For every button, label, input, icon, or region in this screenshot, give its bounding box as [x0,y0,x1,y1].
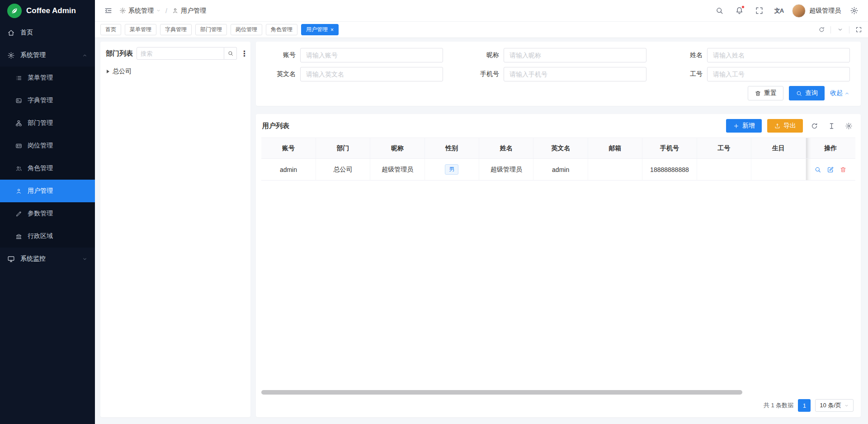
column-header: 英文名 [533,138,588,159]
department-panel: 部门列表 ⋮ 总公司 [100,42,250,417]
scrollbar-thumb[interactable] [261,390,742,395]
trash-icon [755,90,761,97]
sidebar-item-system-management[interactable]: 系统管理 [0,44,95,67]
app-root: Coffee Admin 首页 系统管理 菜单管理 字典管理 [0,0,868,424]
tab-post-management[interactable]: 岗位管理 [231,24,262,35]
sidebar-item-home[interactable]: 首页 [0,21,95,44]
user-name: 超级管理员 [809,7,841,15]
column-header: 部门 [316,138,370,159]
field-nickname: 昵称 [470,48,646,62]
export-button-label: 导出 [783,122,796,130]
tab-list-dropdown-button[interactable] [834,24,846,36]
breadcrumb-label: 系统管理 [128,7,154,15]
brand-name: Coffee Admin [26,6,76,15]
sidebar-item-param-management[interactable]: 参数管理 [0,202,95,225]
breadcrumb-user-management[interactable]: 用户管理 [172,7,206,15]
translate-button[interactable]: 文A [772,4,786,18]
content-fullscreen-button[interactable] [853,24,864,36]
collapse-filter-link[interactable]: 收起 [830,89,850,97]
cell-account: admin [261,159,316,181]
nickname-input[interactable] [504,48,646,62]
sidebar-item-dict-management[interactable]: 字典管理 [0,89,95,112]
sidebar-item-admin-region[interactable]: 行政区域 [0,225,95,248]
column-header: 姓名 [479,138,533,159]
tab-close-icon[interactable]: × [330,27,334,33]
reset-button-label: 重置 [764,89,777,97]
user-icon [172,7,179,14]
table-density-button[interactable] [826,120,837,132]
field-label: 账号 [267,51,296,59]
search-icon [227,50,234,57]
notifications-button[interactable] [732,4,746,18]
global-search-button[interactable] [712,4,726,18]
phone-input[interactable] [504,67,646,81]
tree-expand-arrow-icon [107,70,109,73]
content: 部门列表 ⋮ 总公司 [95,38,868,424]
sidebar-item-post-management[interactable]: 岗位管理 [0,134,95,157]
brand-leaf-icon [7,4,22,18]
breadcrumb-separator: / [165,7,167,14]
pagination-total: 共 1 条数据 [764,401,793,410]
column-header: 生日 [751,138,806,159]
sidebar-item-label: 系统监控 [20,255,46,263]
chevron-down-icon [837,26,844,33]
user-table: 账号 部门 昵称 性别 姓名 英文名 邮箱 手机号 工号 生日 操作 [261,138,855,181]
refresh-table-button[interactable] [808,120,820,132]
page-1-button[interactable]: 1 [798,399,811,412]
export-button[interactable]: 导出 [767,119,803,133]
collapse-sidebar-button[interactable] [101,4,115,18]
user-list-header: 用户列表 新增 导出 [261,114,855,138]
chevron-up-icon [82,52,88,58]
department-search-input[interactable] [137,47,224,60]
tab-home[interactable]: 首页 [100,24,121,35]
column-header: 手机号 [642,138,697,159]
name-input[interactable] [707,48,850,62]
refresh-page-button[interactable] [816,24,827,36]
tab-label: 部门管理 [200,26,222,33]
user-menu[interactable]: 超级管理员 [792,4,841,18]
reset-button[interactable]: 重置 [748,86,783,100]
expand-icon [855,26,862,33]
page-size-select[interactable]: 10 条/页 [815,399,854,412]
job-number-input[interactable] [707,67,850,81]
query-button[interactable]: 查询 [789,86,825,100]
sidebar-item-role-management[interactable]: 角色管理 [0,157,95,180]
tab-dict-management[interactable]: 字典管理 [160,24,192,35]
more-vertical-icon[interactable]: ⋮ [241,50,248,57]
view-row-icon[interactable] [814,166,821,173]
tab-label: 首页 [105,26,116,33]
add-user-button[interactable]: 新增 [726,119,762,133]
sidebar-item-label: 岗位管理 [28,142,53,150]
account-input[interactable] [300,48,443,62]
tab-menu-management[interactable]: 菜单管理 [125,24,156,35]
fullscreen-button[interactable] [752,4,766,18]
tab-user-management[interactable]: 用户管理 × [301,24,339,35]
breadcrumb-label: 用户管理 [181,7,206,15]
brand: Coffee Admin [0,0,95,21]
department-search-button[interactable] [224,47,237,60]
sidebar-item-user-management[interactable]: 用户管理 [0,180,95,202]
tabs-bar: 首页 菜单管理 字典管理 部门管理 岗位管理 角色管理 用户管理 × [95,22,868,38]
add-button-label: 新增 [742,122,755,130]
tab-dept-management[interactable]: 部门管理 [195,24,227,35]
gear-icon [7,52,15,59]
column-header: 昵称 [370,138,425,159]
main-area: 系统管理 / 用户管理 [95,0,868,424]
field-phone: 手机号 [470,67,646,81]
tab-role-management[interactable]: 角色管理 [266,24,297,35]
sidebar-item-menu-management[interactable]: 菜单管理 [0,67,95,89]
english-name-input[interactable] [300,67,443,81]
table-settings-button[interactable] [843,120,854,132]
refresh-icon [811,122,818,130]
sidebar-item-system-monitor[interactable]: 系统监控 [0,248,95,270]
cell-name: 超级管理员 [479,159,533,181]
topbar: 系统管理 / 用户管理 [95,0,868,22]
tree-item-head-office[interactable]: 总公司 [106,66,245,77]
edit-row-icon[interactable] [827,166,834,173]
sidebar-item-dept-management[interactable]: 部门管理 [0,112,95,134]
field-label: 姓名 [674,51,703,59]
delete-row-icon[interactable] [840,166,847,173]
gender-tag: 男 [445,164,458,175]
breadcrumb-system-management[interactable]: 系统管理 [119,7,161,15]
settings-button[interactable] [847,4,861,18]
